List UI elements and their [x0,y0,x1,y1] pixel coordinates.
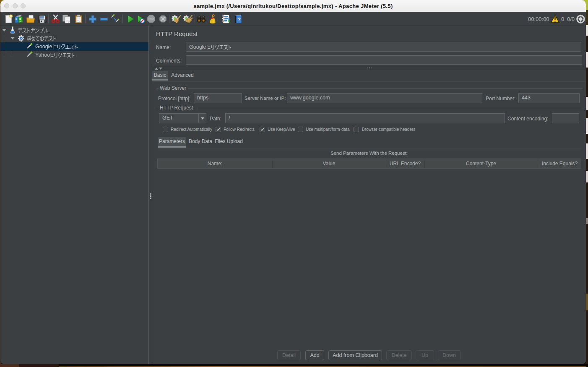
svg-text:?: ? [237,16,241,23]
svg-text:STOP: STOP [148,18,154,21]
